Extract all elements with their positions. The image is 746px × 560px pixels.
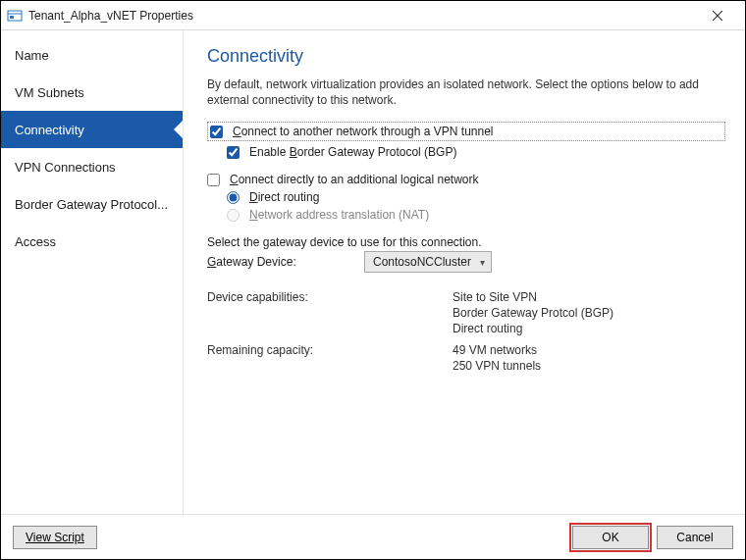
direct-logical-label: Connect directly to an additional logica…: [230, 173, 478, 186]
dialog-body: Name VM Subnets Connectivity VPN Connect…: [1, 30, 745, 514]
vpn-tunnel-option[interactable]: Connect to another network through a VPN…: [207, 122, 725, 141]
gateway-prompt: Select the gateway device to use for thi…: [207, 235, 725, 249]
vpn-tunnel-label: Connect to another network through a VPN…: [233, 125, 494, 138]
page-title: Connectivity: [207, 46, 725, 67]
gateway-row: Gateway Device: ContosoNCCluster ▾: [207, 251, 725, 273]
window-title: Tenant_Alpha_vNET Properties: [28, 9, 698, 23]
remaining-label: Remaining capacity:: [207, 343, 453, 357]
bgp-checkbox[interactable]: [227, 146, 240, 159]
gateway-label: Gateway Device:: [207, 255, 354, 269]
sidebar-item-vm-subnets[interactable]: VM Subnets: [1, 74, 183, 111]
sidebar-item-bgp[interactable]: Border Gateway Protocol...: [1, 185, 183, 223]
remaining-info: Remaining capacity: 49 VM networks 250 V…: [207, 343, 725, 373]
capabilities-value-2: Direct routing: [453, 322, 725, 335]
sidebar-item-connectivity[interactable]: Connectivity: [1, 111, 183, 148]
ok-button[interactable]: OK: [572, 526, 649, 549]
bgp-label: Enable Border Gateway Protocol (BGP): [249, 145, 456, 159]
app-icon: [7, 8, 23, 24]
bgp-option[interactable]: Enable Border Gateway Protocol (BGP): [227, 145, 725, 159]
close-icon: [713, 11, 722, 21]
direct-logical-option[interactable]: Connect directly to an additional logica…: [207, 173, 725, 186]
sidebar-item-vpn-connections[interactable]: VPN Connections: [1, 148, 183, 185]
direct-routing-option[interactable]: Direct routing: [227, 190, 725, 204]
direct-routing-label: Direct routing: [249, 190, 319, 204]
direct-routing-radio[interactable]: [227, 191, 240, 204]
close-button[interactable]: [698, 2, 737, 29]
nat-radio[interactable]: [227, 209, 240, 222]
properties-dialog: Tenant_Alpha_vNET Properties Name VM Sub…: [0, 0, 746, 560]
sidebar-item-access[interactable]: Access: [1, 223, 183, 260]
capabilities-label: Device capabilities:: [207, 290, 453, 304]
view-script-label: View Script: [26, 531, 84, 544]
cancel-button[interactable]: Cancel: [657, 526, 733, 549]
nat-label: Network address translation (NAT): [249, 208, 429, 222]
sidebar-item-name[interactable]: Name: [1, 36, 183, 74]
ok-label: OK: [602, 531, 618, 544]
chevron-down-icon: ▾: [480, 257, 485, 268]
remaining-value-0: 49 VM networks: [453, 343, 725, 357]
direct-logical-checkbox[interactable]: [207, 174, 220, 186]
view-script-button[interactable]: View Script: [13, 526, 97, 549]
titlebar: Tenant_Alpha_vNET Properties: [1, 1, 745, 30]
intro-text: By default, network virtualization provi…: [207, 76, 725, 108]
main-panel: Connectivity By default, network virtual…: [184, 30, 745, 514]
vpn-tunnel-checkbox[interactable]: [210, 126, 223, 138]
device-info: Device capabilities: Site to Site VPN Bo…: [207, 290, 725, 335]
remaining-value-1: 250 VPN tunnels: [453, 359, 725, 373]
svg-rect-2: [10, 16, 14, 19]
gateway-device-value: ContosoNCCluster: [373, 255, 471, 269]
gateway-device-combo[interactable]: ContosoNCCluster ▾: [364, 251, 492, 273]
capabilities-value-1: Border Gateway Protcol (BGP): [453, 306, 725, 320]
cancel-label: Cancel: [676, 531, 713, 544]
nat-option[interactable]: Network address translation (NAT): [227, 208, 725, 222]
dialog-footer: View Script OK Cancel: [1, 514, 745, 559]
capabilities-value-0: Site to Site VPN: [453, 290, 725, 304]
sidebar: Name VM Subnets Connectivity VPN Connect…: [1, 30, 184, 514]
